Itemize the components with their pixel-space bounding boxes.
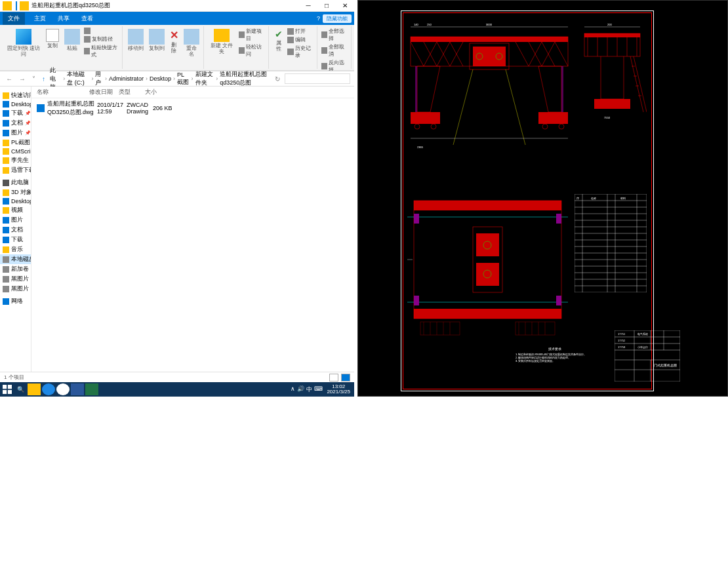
breadcrumb-item[interactable]: Desktop (150, 75, 171, 82)
sidebar-item-pictures[interactable]: 图片📌 (0, 128, 31, 138)
download-icon (3, 110, 9, 117)
history-button[interactable]: 历史记录 (287, 45, 314, 59)
folder-icon (3, 140, 9, 146)
sidebar-item[interactable]: 视频 (0, 205, 31, 215)
tray-volume-icon[interactable]: 🔊 (297, 385, 304, 394)
view-details-button[interactable] (329, 374, 338, 382)
svg-rect-24 (561, 66, 563, 112)
tray-chevron-icon[interactable]: ∧ (291, 385, 295, 394)
system-tray: ∧ 🔊 中 ⌨ 13:02 2021/3/25 (291, 384, 353, 395)
back-button[interactable]: ← (4, 75, 14, 83)
taskbar-word[interactable] (71, 383, 84, 395)
col-size[interactable]: 大小 (145, 88, 165, 96)
menu-view[interactable]: 查看 (79, 12, 96, 25)
breadcrumb-item[interactable]: 造船用起重机总图qd3250总图 (220, 70, 270, 87)
col-name[interactable]: 名称 (37, 88, 89, 96)
search-button[interactable]: 🔍 (14, 383, 26, 395)
sidebar-item[interactable]: 下载 (0, 235, 31, 245)
sidebar-item[interactable]: 3D 对象 (0, 187, 31, 197)
sidebar-quick-access[interactable]: 快速访问 (0, 90, 31, 100)
svg-rect-67 (414, 214, 419, 224)
sidebar-this-pc[interactable]: 此电脑 (0, 178, 31, 187)
sidebar-item-desktop[interactable]: Desktop📌 (0, 100, 31, 108)
taskbar-explorer[interactable] (28, 383, 41, 395)
move-to-button[interactable]: 移动到 (127, 28, 145, 59)
sidebar-item-downloads[interactable]: 下载📌 (0, 108, 31, 118)
maximize-button[interactable]: □ (320, 2, 333, 9)
col-type[interactable]: 类型 (119, 88, 145, 96)
help-icon[interactable]: ? (317, 15, 320, 22)
sidebar-item-documents[interactable]: 文档📌 (0, 118, 31, 128)
cut-button[interactable] (84, 28, 119, 34)
menu-file[interactable]: 文件 (3, 12, 25, 25)
select-all-button[interactable]: 全部选择 (321, 28, 348, 42)
copy-to-button[interactable]: 复制到 (148, 28, 166, 59)
document-icon (3, 227, 9, 233)
view-icons-button[interactable] (341, 374, 350, 382)
copy-button[interactable]: 复制 (45, 28, 60, 59)
svg-text:17752: 17752 (618, 339, 626, 342)
menu-share[interactable]: 共享 (55, 12, 72, 25)
new-item-button[interactable]: 新建项目 (239, 28, 266, 42)
sidebar-item[interactable]: 图片 (0, 215, 31, 225)
up-button[interactable]: ↑ (40, 75, 47, 83)
file-size: 206 KB (153, 105, 172, 111)
file-row[interactable]: 造船用起重机总图QD3250总图.dwg 2010/1/17 12:59 ZWC… (31, 98, 354, 118)
breadcrumb-item[interactable]: 新建文件夹 (195, 70, 214, 87)
sidebar-network[interactable]: 网络 (0, 296, 31, 306)
folder-icon (3, 148, 9, 155)
taskbar-browser[interactable] (42, 383, 55, 395)
svg-line-6 (411, 42, 424, 66)
sidebar-item-drive-e[interactable]: 黑图片 (E:) (0, 274, 31, 284)
download-icon (3, 237, 9, 243)
open-icon (287, 28, 294, 35)
properties-button[interactable]: ✔属性 (273, 28, 285, 59)
sidebar-item[interactable]: PL截图 (0, 138, 31, 147)
search-input[interactable] (285, 73, 350, 84)
breadcrumb-item[interactable]: 用户 (95, 70, 103, 87)
breadcrumb-item[interactable]: 本地磁盘 (C:) (67, 70, 89, 87)
menu-home[interactable]: 主页 (31, 12, 49, 25)
sidebar-item[interactable]: 李先生 (0, 155, 31, 165)
sidebar-item-drive-d[interactable]: 新加卷 (D:) (0, 264, 31, 274)
paste-shortcut-button[interactable]: 粘贴快捷方式 (84, 44, 119, 58)
taskbar-clock[interactable]: 13:02 2021/3/25 (327, 384, 350, 395)
select-none-button[interactable]: 全部取消 (321, 43, 348, 58)
window-title: 造船用起重机总图qd3250总图 (31, 1, 302, 10)
edit-button[interactable]: 编辑 (287, 36, 314, 43)
column-headers[interactable]: 名称 修改日期 类型 大小 (31, 87, 354, 98)
document-icon (3, 120, 9, 127)
forward-button[interactable]: → (17, 75, 28, 83)
recent-button[interactable]: ˅ (30, 75, 37, 83)
sidebar-item[interactable]: Desktop (0, 197, 31, 205)
start-button[interactable] (1, 383, 13, 395)
breadcrumb-item[interactable]: PL截图 (177, 71, 190, 87)
svg-line-32 (506, 69, 525, 145)
delete-button[interactable]: ✕删除 (169, 28, 180, 59)
rename-button[interactable]: 重命 名 (182, 28, 201, 59)
pin-to-quick-access-button[interactable]: 固定到快 速访问 (5, 28, 42, 59)
close-button[interactable]: ✕ (338, 2, 352, 9)
sidebar-item[interactable]: 音乐 (0, 245, 31, 254)
svg-rect-5 (411, 37, 568, 42)
sidebar-item-drive-f[interactable]: 黑图片 (F:) (0, 284, 31, 294)
tray-keyboard-icon[interactable]: ⌨ (314, 385, 323, 394)
refresh-button[interactable]: ↻ (273, 75, 282, 83)
new-folder-button[interactable]: 新建 文件夹 (208, 28, 236, 58)
sidebar-item-drive-c[interactable]: 本地磁盘 (C:) (0, 254, 31, 264)
easy-access-button[interactable]: 轻松访问 (239, 43, 266, 58)
tray-ime-icon[interactable]: 中 (306, 385, 312, 394)
sidebar-item[interactable]: CMScript (0, 147, 31, 155)
copy-path-button[interactable]: 复制路径 (84, 35, 119, 43)
taskbar-edge[interactable] (56, 383, 70, 395)
cad-viewport[interactable]: 3000 140 250 2365 200 7550 (357, 0, 728, 397)
col-date[interactable]: 修改日期 (89, 88, 119, 96)
paste-button[interactable]: 粘贴 (63, 28, 81, 59)
minimize-button[interactable]: ─ (302, 2, 315, 9)
open-button[interactable]: 打开 (287, 28, 314, 35)
taskbar-excel[interactable] (85, 383, 98, 395)
breadcrumb-item[interactable]: Administrator (109, 75, 144, 82)
sidebar-item[interactable]: 迅雷下载 (0, 165, 31, 175)
ribbon-toggle[interactable]: 隐藏功能 (323, 14, 352, 23)
sidebar-item[interactable]: 文档 (0, 225, 31, 235)
